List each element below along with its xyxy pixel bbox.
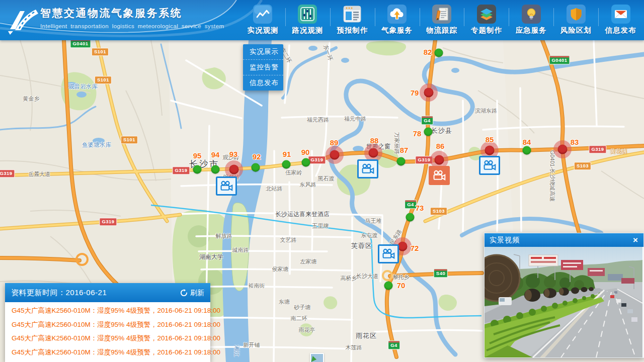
road-shield-G4: G4 xyxy=(421,116,433,125)
nav-item-label: 预报制作 xyxy=(330,26,375,35)
road-shield-S40: S40 xyxy=(434,268,448,278)
alert-update-time: 资料更新时间：2016-06-21 xyxy=(11,283,107,302)
map-label: 黑石渡 xyxy=(318,175,335,183)
map-label: 马王堆 xyxy=(365,217,382,225)
map-label: G0401-长沙绕城高速 xyxy=(548,150,556,202)
road-shield-G319: G319 xyxy=(99,218,117,226)
alert-row: G45大广高速K2560-010M：湿度95% 4级预警，2016-06-21 … xyxy=(5,318,210,332)
map-label: 长沙运达喜来登酒店 xyxy=(275,210,330,219)
map-label: 解放路 xyxy=(216,232,232,240)
station-marker-73[interactable] xyxy=(406,213,415,222)
app-header: 智慧交通物流气象服务系统 Intelligent transportation … xyxy=(0,0,644,40)
submenu-item-实况展示[interactable]: 实况展示 xyxy=(243,44,283,59)
line-chart-icon xyxy=(253,5,272,24)
alert-list: G45大广高速K2560-010M：湿度95% 4级预警，2016-06-21 … xyxy=(5,302,210,362)
map-label: 鱼婆塘水库 xyxy=(82,141,111,149)
road-shield-G4: G4 xyxy=(388,340,400,349)
station-number-84: 84 xyxy=(523,138,531,146)
live-observation-submenu: 实况展示监控告警信息发布 xyxy=(243,44,283,90)
map-label: 东塘 xyxy=(279,298,290,306)
map-label: 长沙县 xyxy=(431,126,452,135)
nav-item-label: 路况观测 xyxy=(285,26,330,35)
road-shield-G0401: G0401 xyxy=(549,55,570,64)
map-label: 北站路 xyxy=(266,185,283,193)
station-number-85: 85 xyxy=(486,135,494,144)
station-number-90: 90 xyxy=(301,148,310,156)
alert-row: G45大广高速K2560-010M：湿度95% 4级预警，2016-06-21 … xyxy=(5,331,210,345)
camera-icon[interactable] xyxy=(216,176,237,196)
map-label: 南二环 xyxy=(291,315,307,322)
station-number-95: 95 xyxy=(193,151,202,160)
nav-item-label: 物流跟踪 xyxy=(420,26,464,35)
nav-item-气象服务[interactable]: 气象服务 xyxy=(375,4,420,39)
station-number-86: 86 xyxy=(436,142,445,150)
station-marker-87[interactable] xyxy=(397,157,406,166)
app-logo-icon xyxy=(4,5,39,35)
road-shield-G4: G4 xyxy=(405,200,417,209)
camera-icon[interactable] xyxy=(429,166,450,185)
nav-item-预报制作[interactable]: 预报制作 xyxy=(330,4,375,39)
station-marker-95[interactable] xyxy=(193,165,202,174)
camera-icon[interactable] xyxy=(357,159,378,178)
map-label: 福元西路 xyxy=(307,116,329,124)
nav-item-物流跟踪[interactable]: 物流跟踪 xyxy=(420,4,464,39)
station-marker-78[interactable] xyxy=(424,128,433,136)
forecast-doc-icon xyxy=(343,5,362,24)
station-number-94: 94 xyxy=(211,150,220,159)
nav-item-label: 气象服务 xyxy=(375,26,420,35)
close-icon[interactable]: × xyxy=(633,233,638,247)
nav-item-专题制作[interactable]: 专题制作 xyxy=(464,4,509,39)
station-marker-90[interactable] xyxy=(302,158,310,167)
map-label: 黄金乡 xyxy=(23,95,40,103)
nav-item-路况观测[interactable]: 路况观测 xyxy=(285,4,330,39)
page-subtitle: Intelligent transportation logistics met… xyxy=(40,23,224,29)
refresh-label: 刷新 xyxy=(190,283,204,302)
road-shield-S103: S103 xyxy=(430,207,447,215)
nav-item-实况观测[interactable]: 实况观测 xyxy=(240,4,285,39)
video-panel-title: 实景视频 xyxy=(490,233,520,247)
station-number-82: 82 xyxy=(424,48,432,56)
nav-item-信息发布[interactable]: 信息发布 xyxy=(598,4,643,39)
station-number-83: 83 xyxy=(571,138,579,146)
nav-item-label: 信息发布 xyxy=(598,26,643,35)
map-label: 湖南大学 xyxy=(199,253,223,261)
submenu-item-信息发布[interactable]: 信息发布 xyxy=(243,75,283,90)
station-number-87: 87 xyxy=(400,146,409,154)
refresh-button[interactable]: 刷新 xyxy=(180,283,204,302)
nav-item-应急服务[interactable]: 应急服务 xyxy=(509,4,553,39)
map-label: 雨花区 xyxy=(356,331,377,340)
road-shield-G319: G319 xyxy=(589,145,606,153)
cloud-upload-icon xyxy=(387,5,407,24)
map-label: 黎托乡 xyxy=(393,274,410,281)
station-marker-79[interactable] xyxy=(420,83,438,102)
station-marker-83[interactable] xyxy=(553,140,572,158)
camera-icon[interactable] xyxy=(479,156,500,175)
station-marker-92[interactable] xyxy=(252,163,260,172)
submenu-item-监控告警[interactable]: 监控告警 xyxy=(243,59,283,75)
layers-icon xyxy=(477,5,496,24)
road-shield-G319: G319 xyxy=(308,156,326,164)
station-number-91: 91 xyxy=(283,150,291,158)
station-marker-82[interactable] xyxy=(435,49,443,57)
map-label: 文艺路 xyxy=(280,236,297,244)
main-nav: 实况观测路况观测预报制作气象服务物流跟踪专题制作应急服务风险区划信息发布 xyxy=(240,4,643,39)
map-label: 新开铺 xyxy=(244,341,260,349)
map-label: 左家塘 xyxy=(300,258,317,265)
map-overview-control[interactable] xyxy=(310,353,324,362)
station-number-89: 89 xyxy=(330,138,339,147)
station-marker-94[interactable] xyxy=(211,165,220,174)
alert-panel-header: 资料更新时间：2016-06-21 刷新 xyxy=(5,283,210,302)
nav-item-风险区划[interactable]: 风险区划 xyxy=(553,4,598,39)
nav-item-label: 风险区划 xyxy=(553,26,598,35)
station-marker-91[interactable] xyxy=(282,160,291,169)
camera-icon[interactable] xyxy=(378,244,399,263)
station-marker-70[interactable] xyxy=(384,282,393,290)
page-title: 智慧交通物流气象服务系统 xyxy=(40,6,224,20)
map-label: 雨花亭 xyxy=(299,326,315,334)
station-marker-84[interactable] xyxy=(523,146,531,155)
station-marker-93[interactable] xyxy=(225,160,243,178)
station-marker-89[interactable] xyxy=(326,146,344,164)
video-panel-header: 实景视频 × xyxy=(485,233,643,247)
station-number-73: 73 xyxy=(416,204,424,212)
station-number-70: 70 xyxy=(397,281,406,290)
